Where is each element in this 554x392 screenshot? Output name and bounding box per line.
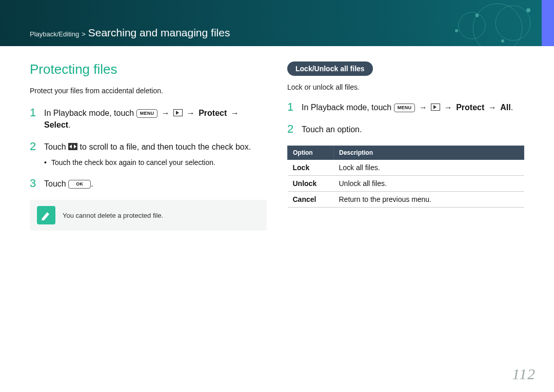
arrow-icon: → <box>444 103 452 112</box>
table-row: Lock Lock all files. <box>288 160 524 176</box>
page-content: Protecting files Protect your files from… <box>0 46 554 231</box>
section-intro: Protect your files from accidental delet… <box>30 87 267 95</box>
breadcrumb: Playback/Editing > Searching and managin… <box>30 27 230 39</box>
step3-pre: Touch <box>44 179 68 188</box>
step2-bullet: Touch the check box again to cancel your… <box>44 157 251 168</box>
note-icon <box>37 206 55 224</box>
step1-tail: Select <box>44 120 68 129</box>
section-title: Protecting files <box>30 61 267 77</box>
svg-point-4 <box>459 12 485 39</box>
step-2: Touch to scroll to a file, and then touc… <box>30 141 267 167</box>
th-option: Option <box>288 146 334 160</box>
r-step1-protect: Protect <box>456 103 484 112</box>
left-right-icon <box>68 143 77 150</box>
step1-protect: Protect <box>199 109 227 117</box>
r-step1-lead: In Playback mode, touch <box>302 103 394 112</box>
desc-cell: Return to the previous menu. <box>334 192 524 208</box>
th-desc: Description <box>334 146 524 160</box>
arrow-icon: → <box>162 109 170 117</box>
note-box: You cannot delete a protected file. <box>30 200 267 231</box>
step1-lead: In Playback mode, touch <box>44 109 136 117</box>
table-row: Unlock Unlock all files. <box>288 176 524 192</box>
r-step2: Touch an option. <box>302 125 362 134</box>
step-3: Touch OK. <box>30 178 267 190</box>
pencil-icon <box>40 209 52 221</box>
breadcrumb-parent: Playback/Editing <box>30 30 79 38</box>
breadcrumb-child: Searching and managing files <box>88 27 230 39</box>
step-2: Touch an option. <box>287 123 524 135</box>
right-intro: Lock or unlock all files. <box>287 83 524 91</box>
chevron-right-icon: > <box>82 30 86 38</box>
svg-point-3 <box>526 8 530 12</box>
menu-button-icon: MENU <box>394 104 416 112</box>
r-step1-tail: All <box>500 103 510 112</box>
arrow-icon: → <box>231 109 239 117</box>
page-number: 112 <box>512 365 536 383</box>
pill-heading: Lock/Unlock all files <box>287 61 373 76</box>
svg-point-5 <box>496 6 530 40</box>
arrow-icon: → <box>419 103 427 112</box>
arrow-icon: → <box>187 109 195 117</box>
header-band: Playback/Editing > Searching and managin… <box>0 0 554 46</box>
opt-cell: Unlock <box>288 176 334 192</box>
opt-cell: Lock <box>288 160 334 176</box>
steps-left: In Playback mode, touch MENU → → Protect… <box>30 107 267 190</box>
svg-point-1 <box>476 14 479 17</box>
svg-point-2 <box>501 39 504 43</box>
play-box-icon <box>173 109 183 116</box>
left-column: Protecting files Protect your files from… <box>30 61 267 231</box>
arrow-icon: → <box>488 103 497 112</box>
right-column: Lock/Unlock all files Lock or unlock all… <box>287 61 524 231</box>
note-text: You cannot delete a protected file. <box>63 212 163 219</box>
desc-cell: Unlock all files. <box>334 176 524 192</box>
svg-point-0 <box>455 29 458 32</box>
step-1: In Playback mode, touch MENU → → Protect… <box>30 107 267 131</box>
step-1: In Playback mode, touch MENU → → Protect… <box>287 101 524 113</box>
svg-point-6 <box>473 4 522 46</box>
opt-cell: Cancel <box>288 192 334 208</box>
side-tab <box>542 0 554 46</box>
steps-right: In Playback mode, touch MENU → → Protect… <box>287 101 524 135</box>
table-row: Cancel Return to the previous menu. <box>288 192 524 208</box>
ok-button-icon: OK <box>68 180 91 189</box>
options-table: Option Description Lock Lock all files. … <box>287 146 524 208</box>
step2-post: to scroll to a file, and then touch the … <box>80 142 251 151</box>
menu-button-icon: MENU <box>136 109 158 118</box>
desc-cell: Lock all files. <box>334 160 524 176</box>
header-decoration <box>421 0 554 46</box>
play-box-icon <box>431 104 440 111</box>
step2-pre: Touch <box>44 142 68 151</box>
